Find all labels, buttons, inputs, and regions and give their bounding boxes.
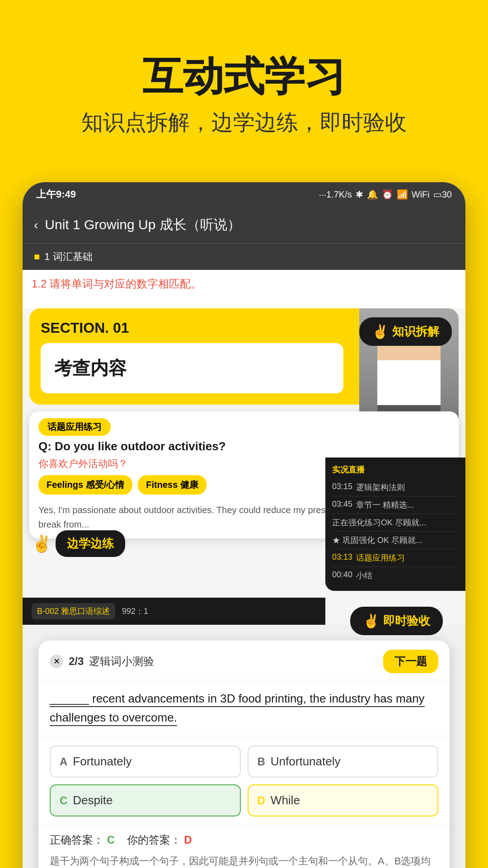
- status-time: 上午9:49: [36, 188, 76, 201]
- quiz-options: A Fortunately B Unfortunately C Despite: [38, 736, 450, 826]
- nav-bar: ‹ Unit 1 Growing Up 成长（听说）: [23, 207, 465, 244]
- content-box: 考查内容: [41, 343, 343, 393]
- answer-explanation: 题干为两个句子构成一个句子，因此可能是并列句或一个主句和一个从句。A、B选项均为…: [50, 853, 438, 868]
- dark-row-5: 03:13 话题应用练习: [332, 549, 459, 567]
- content-box-text: 考查内容: [54, 356, 330, 381]
- quiz-section: ✌ 即时验收 ✕ 2/3 逻辑词小测验 下一题: [23, 625, 465, 868]
- phone-screen: 上午9:49 ···1.7K/s ✱ 🔔 ⏰ 📶 WiFi ▭30 ‹ Unit…: [23, 182, 465, 868]
- signal-icon: 📶: [397, 189, 408, 200]
- course-id: B-002 雅思口语综述: [32, 603, 115, 619]
- option-letter-d: D: [258, 794, 265, 807]
- quiz-blank: ______: [50, 692, 89, 707]
- qa-option-1[interactable]: Feelings 感受/心情: [38, 475, 132, 495]
- content-area: ✌ 知识拆解 SECTION. 01 考查内容: [23, 308, 465, 625]
- dark-row-6: 00:40 小结: [332, 567, 459, 584]
- quiz-option-d[interactable]: D While: [248, 784, 439, 816]
- wifi-icon: WiFi: [412, 189, 430, 200]
- quiz-popup: ✕ 2/3 逻辑词小测验 下一题 ______ recent advanceme…: [38, 641, 450, 868]
- quiz-option-c[interactable]: C Despite: [50, 784, 241, 816]
- nav-title: Unit 1 Growing Up 成长（听说）: [45, 216, 240, 234]
- quiz-question: ______ recent advancements in 3D food pr…: [38, 680, 450, 736]
- battery-icon: ▭30: [433, 189, 452, 200]
- option-text-c: Despite: [73, 793, 113, 807]
- dark-row-4: ★ 巩固强化 OK 尽顾就...: [332, 532, 459, 549]
- hand-icon-3: ✌: [363, 613, 380, 629]
- status-bar: 上午9:49 ···1.7K/s ✱ 🔔 ⏰ 📶 WiFi ▭30: [23, 182, 465, 207]
- phone-mockup: 上午9:49 ···1.7K/s ✱ 🔔 ⏰ 📶 WiFi ▭30 ‹ Unit…: [23, 182, 465, 868]
- bell-icon: 🔔: [367, 189, 378, 200]
- bottom-count: 992：1: [122, 606, 148, 617]
- option-letter-c: C: [60, 794, 67, 807]
- option-text-b: Unfortunately: [271, 755, 341, 769]
- hand-icon-1: ✌: [372, 324, 389, 340]
- option-text-a: Fortunately: [73, 755, 131, 769]
- quiz-option-a[interactable]: A Fortunately: [50, 745, 241, 778]
- knowledge-label: 知识拆解: [392, 324, 439, 340]
- vocab-instruction: 请将单词与对应的数字相匹配。: [50, 278, 202, 290]
- quiz-question-text: recent advancements in 3D food printing,…: [50, 692, 425, 726]
- quiz-option-b[interactable]: B Unfortunately: [248, 745, 439, 778]
- quiz-next-button[interactable]: 下一题: [383, 650, 438, 673]
- quiz-close-button[interactable]: ✕: [50, 655, 63, 668]
- correct-answer: C: [107, 834, 115, 846]
- quiz-header-left: ✕ 2/3 逻辑词小测验: [50, 654, 154, 669]
- sub-title: 知识点拆解，边学边练，即时验收: [27, 108, 461, 137]
- knowledge-tooltip: ✌ 知识拆解: [359, 317, 452, 346]
- qa-tag: 话题应用练习: [38, 418, 111, 436]
- phone-section: 上午9:49 ···1.7K/s ✱ 🔔 ⏰ 📶 WiFi ▭30 ‹ Unit…: [0, 164, 488, 868]
- quiz-progress: 2/3: [69, 655, 84, 668]
- quiz-header: ✕ 2/3 逻辑词小测验 下一题: [38, 641, 450, 680]
- option-letter-b: B: [258, 755, 265, 768]
- verify-label: 即时验收: [383, 613, 430, 629]
- back-button[interactable]: ‹: [34, 218, 38, 232]
- hand-icon-2: ✌: [32, 534, 52, 553]
- your-answer: D: [184, 834, 192, 846]
- dark-row-2: 03:45 章节一 精精选...: [332, 496, 459, 514]
- answer-label: 正确答案：: [50, 834, 104, 846]
- verify-bubble: ✌ 即时验收: [350, 607, 443, 635]
- answer-line: 正确答案： C 你的答案： D: [50, 833, 438, 847]
- network-status: ···1.7K/s: [319, 189, 352, 200]
- quiz-answer-section: 正确答案： C 你的答案： D 题干为两个句子构成一个句子，因此可能是并列句或一…: [38, 826, 450, 868]
- practice-label-container: ✌ 边学边练: [32, 530, 125, 557]
- option-text-d: While: [271, 793, 300, 807]
- vocab-number: 1.2: [32, 278, 50, 290]
- main-title: 互动式学习: [27, 54, 461, 99]
- bottom-strip: B-002 雅思口语综述 992：1: [23, 598, 325, 625]
- qa-question-en: Q: Do you like outdoor activities?: [29, 438, 459, 457]
- vocab-row: 1.2 请将单词与对应的数字相匹配。: [32, 277, 456, 291]
- top-section: 互动式学习 知识点拆解，边学边练，即时验收: [0, 0, 488, 164]
- section-header-label: 1 词汇基础: [44, 250, 92, 264]
- vocab-section: 1.2 请将单词与对应的数字相匹配。: [23, 270, 465, 302]
- status-right: ···1.7K/s ✱ 🔔 ⏰ 📶 WiFi ▭30: [319, 189, 452, 200]
- quiz-label: 逻辑词小测验: [89, 654, 154, 669]
- option-letter-a: A: [60, 755, 67, 768]
- dark-row-1: 03:15 逻辑架构法则: [332, 479, 459, 496]
- section-header: 1 词汇基础: [23, 244, 465, 270]
- qa-option-2[interactable]: Fitness 健康: [138, 475, 206, 495]
- dark-panel-title: 实况直播: [332, 464, 459, 475]
- dark-row-3: 正在强化练习OK 尽顾就...: [332, 514, 459, 532]
- bluetooth-icon: ✱: [356, 189, 363, 200]
- dark-panel: 实况直播 03:15 逻辑架构法则 03:45 章节一 精精选... 正在强化练…: [325, 458, 465, 591]
- alarm-icon: ⏰: [382, 189, 393, 200]
- your-answer-label: 你的答案：: [127, 834, 181, 846]
- practice-label: 边学边练: [56, 530, 125, 557]
